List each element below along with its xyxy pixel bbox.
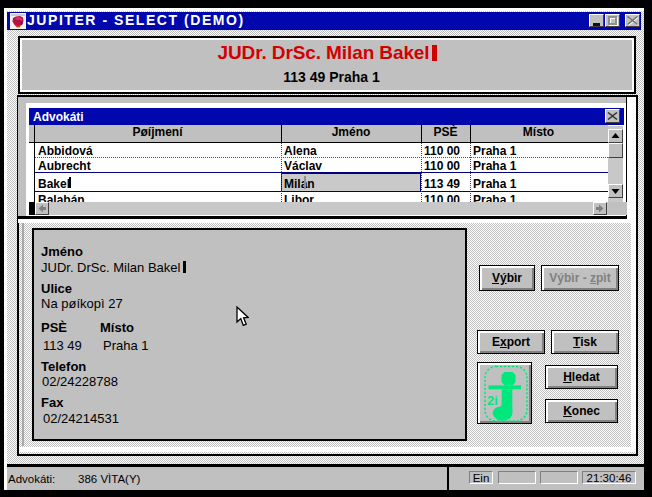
svg-text:2i: 2i [487,393,498,408]
